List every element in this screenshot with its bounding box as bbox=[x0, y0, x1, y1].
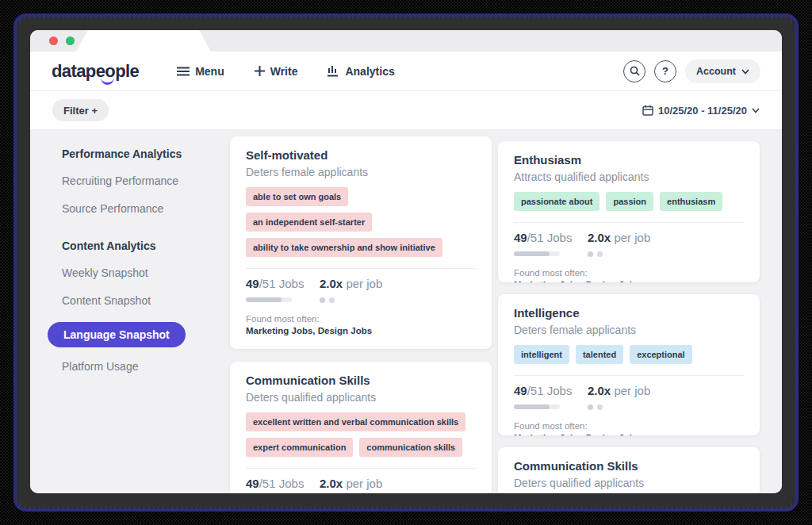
date-range-label: 10/25/20 - 11/25/20 bbox=[658, 105, 747, 117]
close-window-button[interactable] bbox=[49, 36, 58, 45]
card-subtitle: Deters female applicants bbox=[246, 165, 476, 179]
sidebar-item-weekly-snapshot[interactable]: Weekly Snapshot bbox=[62, 266, 148, 279]
found-value: Marketing Jobs, Design Jobs bbox=[246, 325, 476, 337]
rate-dot bbox=[588, 251, 593, 257]
phrase-tag: passion bbox=[606, 192, 653, 211]
card-grid: Self-motivated Deters female applicants … bbox=[222, 130, 782, 493]
card-divider bbox=[246, 268, 476, 269]
card-title: Communication Skills bbox=[246, 370, 476, 388]
rate-dot bbox=[588, 404, 593, 410]
card-column-right: Enthusiasm Attracts qualified applicants… bbox=[498, 136, 760, 493]
sidebar-item-content-snapshot[interactable]: Content Snapshot bbox=[62, 294, 151, 307]
jobs-progress-bar bbox=[514, 251, 560, 256]
found-value: Marketing Jobs, Design Jobs bbox=[514, 279, 744, 282]
search-button[interactable] bbox=[623, 60, 645, 82]
jobs-total: /51 Jobs bbox=[259, 277, 304, 290]
rate-label: per job bbox=[614, 231, 650, 244]
nav-analytics-label: Analytics bbox=[345, 65, 394, 78]
zoom-window-button[interactable] bbox=[66, 36, 75, 45]
rate-value: 2.0x bbox=[588, 231, 611, 244]
card-subtitle: Attracts qualified applicants bbox=[514, 170, 744, 184]
nav-analytics[interactable]: Analytics bbox=[327, 65, 394, 78]
plus-icon bbox=[255, 66, 265, 76]
rate-value: 2.0x bbox=[588, 384, 611, 397]
card-divider bbox=[246, 468, 476, 469]
jobs-count: 49 bbox=[246, 277, 259, 290]
found-label: Found most often: bbox=[514, 267, 744, 278]
rate-label: per job bbox=[614, 384, 650, 397]
sidebar-item-source-performance[interactable]: Source Performance bbox=[62, 202, 163, 215]
nav-write[interactable]: Write bbox=[255, 65, 298, 78]
rate-stat: 2.0x per job bbox=[320, 277, 393, 303]
card-divider bbox=[514, 375, 744, 376]
sidebar-item-language-snapshot[interactable]: Language Snapshot bbox=[48, 322, 186, 347]
rate-dots bbox=[588, 404, 661, 410]
rate-dots bbox=[320, 297, 393, 303]
phrase-card-enthusiasm: Enthusiasm Attracts qualified applicants… bbox=[498, 141, 760, 282]
sidebar-item-platform-usage[interactable]: Platform Usage bbox=[62, 360, 138, 373]
nav-menu-label: Menu bbox=[195, 65, 224, 78]
browser-window: datapeople Menu Write Analytics ? bbox=[30, 30, 782, 493]
rate-stat: 2.0x per job bbox=[588, 384, 661, 410]
found-most-often: Found most often: Marketing Jobs, Design… bbox=[514, 267, 744, 282]
jobs-count: 49 bbox=[514, 231, 527, 244]
main-nav: Menu Write Analytics bbox=[177, 65, 395, 78]
card-subtitle: Deters qualified applicants bbox=[514, 476, 744, 490]
rate-dot bbox=[597, 404, 603, 410]
card-stats: 49/51 Jobs 2.0x per job bbox=[514, 231, 744, 257]
card-title: Self-motivated bbox=[246, 144, 476, 163]
phrase-tag: exceptional bbox=[630, 345, 692, 364]
rate-dot bbox=[597, 251, 603, 257]
filter-button[interactable]: Filter + bbox=[52, 99, 109, 121]
browser-tab[interactable] bbox=[76, 30, 211, 52]
phrase-tag: expert communication bbox=[246, 438, 353, 457]
datapeople-logo[interactable]: datapeople bbox=[52, 61, 139, 82]
card-divider bbox=[514, 222, 744, 223]
phrase-tag: able to set own goals bbox=[246, 187, 348, 206]
phrase-tag: an independent self-starter bbox=[246, 213, 372, 232]
search-icon bbox=[630, 66, 640, 76]
found-value: Marketing Jobs, Design Jobs bbox=[514, 432, 744, 435]
card-title: Enthusiasm bbox=[514, 149, 744, 167]
filter-label: Filter + bbox=[63, 105, 98, 117]
jobs-progress-bar bbox=[246, 297, 292, 302]
nav-write-label: Write bbox=[270, 65, 298, 78]
jobs-progress-fill bbox=[514, 404, 550, 409]
logo-text: datapeople bbox=[52, 61, 139, 81]
jobs-stat: 49/51 Jobs bbox=[246, 277, 320, 303]
header-actions: ? Account bbox=[623, 59, 760, 83]
account-menu[interactable]: Account bbox=[685, 59, 760, 83]
phrase-tag: intelligent bbox=[514, 345, 569, 364]
question-mark-icon: ? bbox=[662, 65, 668, 77]
jobs-count: 49 bbox=[514, 384, 527, 397]
rate-label: per job bbox=[346, 477, 382, 490]
jobs-progress-fill bbox=[246, 297, 282, 302]
jobs-stat: 49/51 Jobs bbox=[514, 231, 588, 257]
content-area: Performance Analytics Recruiting Perform… bbox=[30, 130, 782, 493]
sidebar: Performance Analytics Recruiting Perform… bbox=[30, 130, 222, 493]
date-range-picker[interactable]: 10/25/20 - 11/25/20 bbox=[642, 105, 760, 117]
chevron-down-icon bbox=[752, 106, 760, 114]
jobs-stat: 49/51 Jobs bbox=[246, 477, 320, 493]
sidebar-section-gap bbox=[62, 230, 222, 240]
card-stats: 49/51 Jobs 2.0x per job bbox=[246, 277, 476, 303]
browser-tab-bar bbox=[30, 30, 782, 52]
found-label: Found most often: bbox=[514, 420, 744, 431]
filter-bar: Filter + 10/25/20 - 11/25/20 bbox=[30, 91, 782, 130]
hamburger-icon bbox=[177, 67, 190, 76]
rate-dot bbox=[320, 297, 325, 303]
jobs-stat: 49/51 Jobs bbox=[514, 384, 588, 410]
found-most-often: Found most often: Marketing Jobs, Design… bbox=[514, 420, 744, 435]
tag-list: able to set own goals an independent sel… bbox=[246, 187, 476, 263]
phrase-tag: enthusiasm bbox=[660, 192, 722, 211]
rate-stat: 2.0x per job bbox=[320, 477, 393, 493]
help-button[interactable]: ? bbox=[654, 60, 676, 82]
jobs-count: 49 bbox=[246, 477, 259, 490]
rate-dot bbox=[329, 297, 335, 303]
phrase-tag: excellent written and verbal communicati… bbox=[246, 412, 465, 431]
phrase-card-communication-skills-partial: Communication Skills Deters qualified ap… bbox=[498, 447, 760, 493]
rate-stat: 2.0x per job bbox=[588, 231, 661, 257]
jobs-total: /51 Jobs bbox=[259, 477, 304, 490]
sidebar-item-recruiting-performance[interactable]: Recruiting Performance bbox=[62, 174, 178, 187]
nav-menu[interactable]: Menu bbox=[177, 65, 224, 78]
